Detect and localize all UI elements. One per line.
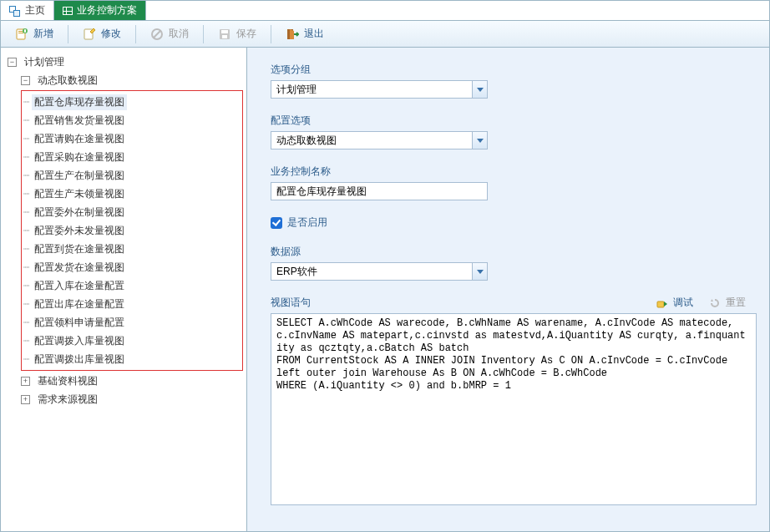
grid-icon xyxy=(63,7,73,15)
cancel-icon xyxy=(150,28,164,41)
field-name: 业务控制名称 xyxy=(271,165,746,200)
form-panel: 选项分组 配置选项 业务控制名称 是否启用 xyxy=(247,48,769,531)
sql-textarea[interactable] xyxy=(271,313,757,505)
debug-button[interactable]: 调试 xyxy=(656,296,693,310)
group-combo-input[interactable] xyxy=(271,81,472,98)
cancel-button: 取消 xyxy=(141,23,198,44)
debug-icon xyxy=(656,296,669,310)
toolbar-sep xyxy=(271,25,271,43)
tab-home-label: 主页 xyxy=(25,3,45,18)
tab-business-control-label: 业务控制方案 xyxy=(77,3,137,18)
tree-leaf[interactable]: ┈配置委外未发量视图 xyxy=(23,221,241,240)
tree-node-demand[interactable]: + 需求来源视图 xyxy=(21,390,243,408)
tree-leaf[interactable]: ┈配置出库在途量配置 xyxy=(23,295,241,313)
svg-marker-15 xyxy=(664,301,667,307)
toolbar-sep xyxy=(68,25,68,43)
edit-button[interactable]: 修改 xyxy=(73,23,130,44)
tree-leaf[interactable]: ┈配置销售发货量视图 xyxy=(23,111,241,129)
exit-button[interactable]: 退出 xyxy=(276,23,333,44)
tree-leaf-label: 配置生产未领量视图 xyxy=(32,186,127,202)
collapse-icon[interactable]: − xyxy=(8,58,17,67)
tree-leaf[interactable]: ┈配置调拨入库量视图 xyxy=(23,332,241,350)
tree-dyn-children: ┈配置仓库现存量视图┈配置销售发货量视图┈配置请购在途量视图┈配置采购在途量视图… xyxy=(21,90,243,371)
tree-dyn-label: 动态取数视图 xyxy=(35,73,100,89)
toolbar: 新增 修改 取消 保存 退出 xyxy=(1,21,769,48)
exit-button-label: 退出 xyxy=(304,27,324,41)
tree-node-root[interactable]: − 计划管理 xyxy=(8,53,243,71)
svg-rect-5 xyxy=(24,29,26,32)
ds-label: 数据源 xyxy=(271,245,746,259)
ds-combo[interactable] xyxy=(271,262,488,281)
field-sql: 视图语句 调试 重置 xyxy=(271,296,746,508)
tree-connector-icon: ┈ xyxy=(23,170,28,181)
tree-leaf[interactable]: ┈配置生产未领量视图 xyxy=(23,185,241,203)
tree-base-label: 基础资料视图 xyxy=(35,373,100,389)
field-enable[interactable]: 是否启用 xyxy=(271,215,746,230)
tree-leaf[interactable]: ┈配置领料申请量配置 xyxy=(23,313,241,332)
tree-leaf[interactable]: ┈配置调拨出库量视图 xyxy=(23,350,241,368)
sidebar-tree[interactable]: − 计划管理 − 动态取数视图 ┈配置仓库现存量视图┈配置销售发货量视图┈配置请… xyxy=(1,48,247,531)
tree-leaf[interactable]: ┈配置采购在途量视图 xyxy=(23,148,241,166)
tree-connector-icon: ┈ xyxy=(23,96,28,108)
tree-connector-icon: ┈ xyxy=(23,317,28,328)
tree-leaf[interactable]: ┈配置仓库现存量视图 xyxy=(23,93,241,111)
svg-rect-10 xyxy=(221,30,228,33)
new-button[interactable]: 新增 xyxy=(6,23,63,44)
cancel-button-label: 取消 xyxy=(169,27,189,41)
tree-leaf-label: 配置仓库现存量视图 xyxy=(32,94,127,110)
tree-connector-icon: ┈ xyxy=(23,280,28,291)
svg-line-8 xyxy=(154,31,160,38)
home-icon xyxy=(9,6,21,16)
tree-leaf-label: 配置出库在途量配置 xyxy=(32,296,127,312)
tree-connector-icon: ┈ xyxy=(23,114,28,126)
svg-rect-14 xyxy=(657,301,664,307)
tree-leaf-label: 配置发货在途量视图 xyxy=(32,260,127,276)
tree-leaf-label: 配置请购在途量视图 xyxy=(32,131,127,147)
tree-connector-icon: ┈ xyxy=(23,151,28,163)
tree-node-dyn[interactable]: − 动态取数视图 xyxy=(21,71,243,89)
name-label: 业务控制名称 xyxy=(271,165,746,179)
tree-node-base[interactable]: + 基础资料视图 xyxy=(21,372,243,390)
edit-button-label: 修改 xyxy=(101,27,121,41)
option-combo-input[interactable] xyxy=(271,132,472,149)
reset-button: 重置 xyxy=(708,296,746,310)
tree-leaf-label: 配置调拨出库量视图 xyxy=(32,352,127,367)
dropdown-icon[interactable] xyxy=(472,81,487,98)
tab-home[interactable]: 主页 xyxy=(1,1,54,20)
tree-leaf[interactable]: ┈配置生产在制量视图 xyxy=(23,166,241,185)
tab-business-control[interactable]: 业务控制方案 xyxy=(54,1,146,20)
option-label: 配置选项 xyxy=(271,114,746,128)
save-button: 保存 xyxy=(209,23,266,44)
field-datasource: 数据源 xyxy=(271,245,746,281)
exit-icon xyxy=(286,28,299,41)
ds-combo-input[interactable] xyxy=(271,263,472,280)
option-combo[interactable] xyxy=(271,131,488,149)
name-input[interactable] xyxy=(271,182,488,200)
expand-icon[interactable]: + xyxy=(21,395,30,404)
collapse-icon[interactable]: − xyxy=(21,76,30,85)
group-combo[interactable] xyxy=(271,80,488,99)
tree-leaf[interactable]: ┈配置请购在途量视图 xyxy=(23,129,241,148)
tree-connector-icon: ┈ xyxy=(23,188,28,200)
field-group: 选项分组 xyxy=(271,63,746,99)
tree-leaf-label: 配置委外在制量视图 xyxy=(32,205,127,220)
tree-leaf-label: 配置入库在途量配置 xyxy=(32,278,127,294)
tab-bar: 主页 业务控制方案 xyxy=(1,1,769,21)
dropdown-icon[interactable] xyxy=(472,263,487,280)
body: − 计划管理 − 动态取数视图 ┈配置仓库现存量视图┈配置销售发货量视图┈配置请… xyxy=(1,48,769,531)
svg-marker-13 xyxy=(290,29,294,39)
tree-leaf[interactable]: ┈配置委外在制量视图 xyxy=(23,203,241,221)
dropdown-icon[interactable] xyxy=(472,132,487,149)
group-label: 选项分组 xyxy=(271,63,746,77)
sql-actions: 调试 重置 xyxy=(656,296,746,310)
tree-leaf-label: 配置领料申请量配置 xyxy=(32,315,127,331)
checkbox-checked-icon[interactable] xyxy=(271,217,282,229)
tree-leaf[interactable]: ┈配置到货在途量视图 xyxy=(23,240,241,258)
tree-leaf[interactable]: ┈配置入库在途量配置 xyxy=(23,276,241,295)
tree-leaf-label: 配置生产在制量视图 xyxy=(32,168,127,184)
toolbar-sep xyxy=(135,25,136,43)
tree-leaf[interactable]: ┈配置发货在途量视图 xyxy=(23,258,241,276)
tree-demand-label: 需求来源视图 xyxy=(35,392,100,408)
new-button-label: 新增 xyxy=(33,27,53,41)
expand-icon[interactable]: + xyxy=(21,377,30,386)
